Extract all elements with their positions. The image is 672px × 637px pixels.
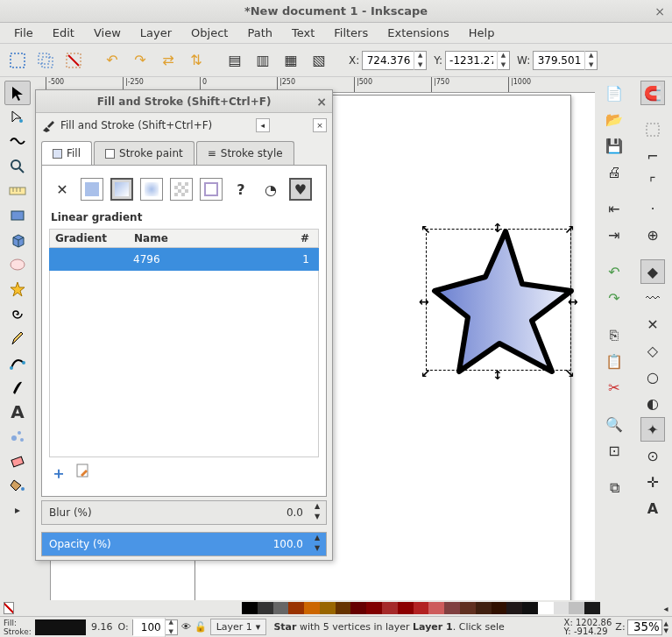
palette-swatch[interactable] [304, 602, 320, 614]
measure-tool[interactable] [4, 179, 31, 203]
snap-intersect-button[interactable]: ✕ [640, 312, 665, 336]
snap-text-button[interactable]: A [640, 496, 665, 520]
coord-w-input[interactable] [534, 52, 584, 69]
palette-swatch[interactable] [428, 602, 444, 614]
import-button[interactable]: ⇤ [602, 196, 626, 221]
palette-swatch[interactable] [522, 602, 538, 614]
star-object[interactable] [422, 223, 578, 379]
eraser-tool[interactable] [4, 449, 31, 473]
zoom-drawing-button[interactable]: ⊡ [602, 438, 626, 463]
coord-w-up[interactable]: ▲ [585, 51, 597, 60]
tab-stroke-style[interactable]: ≡Stroke style [196, 141, 294, 165]
snap-bbox-button[interactable] [640, 117, 665, 142]
snap-others-button[interactable]: ✦ [640, 417, 665, 442]
flip-v-button[interactable]: ⇅ [184, 48, 209, 73]
palette-swatch[interactable] [492, 602, 507, 614]
coord-x-input[interactable] [363, 52, 414, 69]
zoom-tool[interactable] [4, 154, 31, 179]
handle-sw[interactable]: ↙ [421, 366, 429, 375]
paint-pattern-button[interactable] [170, 178, 193, 201]
menu-file[interactable]: File [5, 24, 42, 42]
zoom-fit-button[interactable]: 🔍 [602, 412, 626, 436]
coord-y-up[interactable]: ▲ [498, 51, 509, 60]
dialog-detach-button[interactable]: × [313, 118, 327, 132]
palette-swatch[interactable] [398, 602, 414, 614]
paint-linear-button[interactable] [110, 178, 133, 201]
blur-down[interactable]: ▼ [310, 513, 324, 523]
snap-cusp-button[interactable]: ◇ [640, 338, 665, 363]
snap-path-button[interactable]: 〰 [640, 286, 665, 310]
rotate-ccw-button[interactable]: ↶ [100, 48, 124, 73]
coord-w-down[interactable]: ▼ [585, 60, 597, 70]
dialog-close-button[interactable]: × [316, 95, 327, 109]
status-stroke-swatch[interactable] [35, 619, 86, 635]
opacity-slider[interactable]: Opacity (%) 100.0 ▲▼ [41, 532, 327, 556]
menu-text[interactable]: Text [283, 24, 323, 42]
paint-flat-button[interactable] [81, 178, 103, 201]
palette-swatch[interactable] [288, 602, 304, 614]
select-all-button[interactable] [5, 48, 30, 73]
paint-swatch-button[interactable] [200, 178, 223, 201]
coord-y-down[interactable]: ▼ [498, 60, 509, 70]
paint-none-button[interactable]: ✕ [51, 178, 74, 201]
cut-button[interactable]: ✂ [602, 375, 626, 400]
fillrule-evenodd-button[interactable]: ◔ [259, 178, 282, 201]
snap-midpoint-button[interactable]: ◐ [640, 391, 665, 415]
handle-ne[interactable]: ↗ [564, 223, 573, 231]
menu-filters[interactable]: Filters [325, 24, 377, 42]
print-button[interactable]: 🖨 [602, 159, 626, 184]
bezier-tool[interactable] [4, 350, 31, 375]
opacity-down[interactable]: ▼ [310, 544, 324, 555]
menu-view[interactable]: View [85, 24, 130, 42]
snap-objcenter-button[interactable]: ⊙ [640, 443, 665, 468]
selector-tool[interactable] [4, 81, 31, 105]
copy-button[interactable]: ⎘ [602, 322, 626, 347]
snap-rotcenter-button[interactable]: ✛ [640, 470, 665, 494]
select-all-layers-button[interactable] [33, 48, 58, 73]
handle-nw[interactable]: ↖ [421, 223, 429, 231]
handle-n[interactable]: ↕ [492, 221, 501, 230]
dialog-titlebar[interactable]: Fill and Stroke (Shift+Ctrl+F) × [36, 90, 332, 113]
raise-button[interactable]: ▥ [251, 48, 275, 73]
tab-stroke-paint[interactable]: Stroke paint [94, 141, 195, 165]
palette-swatch[interactable] [414, 602, 429, 614]
blur-slider[interactable]: Blur (%) 0.0 ▲▼ [41, 500, 327, 525]
paint-radial-button[interactable] [140, 178, 163, 201]
open-doc-button[interactable]: 📂 [602, 107, 626, 131]
star-tool[interactable] [4, 277, 31, 301]
rotate-cw-button[interactable]: ↷ [128, 48, 152, 73]
flip-h-button[interactable]: ⇄ [156, 48, 180, 73]
gradient-row[interactable]: 4796 1 [49, 248, 319, 271]
palette-none-swatch[interactable] [4, 602, 14, 614]
palette-swatch[interactable] [584, 602, 600, 614]
zoom-out[interactable]: ▼ [664, 627, 668, 634]
coord-y-input[interactable] [446, 52, 497, 69]
menu-edit[interactable]: Edit [44, 24, 83, 42]
deselect-button[interactable] [61, 48, 86, 73]
snap-corner-button[interactable]: ⌜ [640, 170, 665, 195]
snap-toggle[interactable]: 🧲 [640, 81, 665, 105]
palette-menu-arrow[interactable]: ◂ [660, 604, 672, 613]
spiral-tool[interactable] [4, 301, 31, 326]
palette-swatch[interactable] [538, 602, 554, 614]
zoom-in[interactable]: ▲ [664, 620, 668, 627]
opacity-up[interactable]: ▲ [310, 534, 324, 544]
layer-visibility-toggle[interactable]: 👁 [181, 621, 191, 633]
window-close-button[interactable]: × [653, 4, 667, 18]
palette-swatch[interactable] [350, 602, 366, 614]
export-button[interactable]: ⇥ [602, 223, 626, 247]
edit-gradient-button[interactable] [75, 463, 91, 484]
opacity-dec[interactable]: ▼ [166, 627, 177, 637]
raise-top-button[interactable]: ▤ [223, 48, 247, 73]
paste-button[interactable]: 📋 [602, 349, 626, 373]
lower-bottom-button[interactable]: ▧ [307, 48, 331, 73]
gradient-list-body[interactable] [49, 271, 319, 457]
palette-swatch[interactable] [242, 602, 258, 614]
menu-path[interactable]: Path [238, 24, 281, 42]
dialog-iconify-button[interactable]: ◂ [256, 118, 270, 132]
paint-unknown-button[interactable]: ? [230, 178, 252, 201]
fillrule-nonzero-button[interactable]: ♥ [289, 178, 312, 201]
snap-smooth-button[interactable]: ○ [640, 365, 665, 389]
palette-swatch[interactable] [336, 602, 351, 614]
snap-center-button[interactable]: ⊕ [640, 223, 665, 247]
